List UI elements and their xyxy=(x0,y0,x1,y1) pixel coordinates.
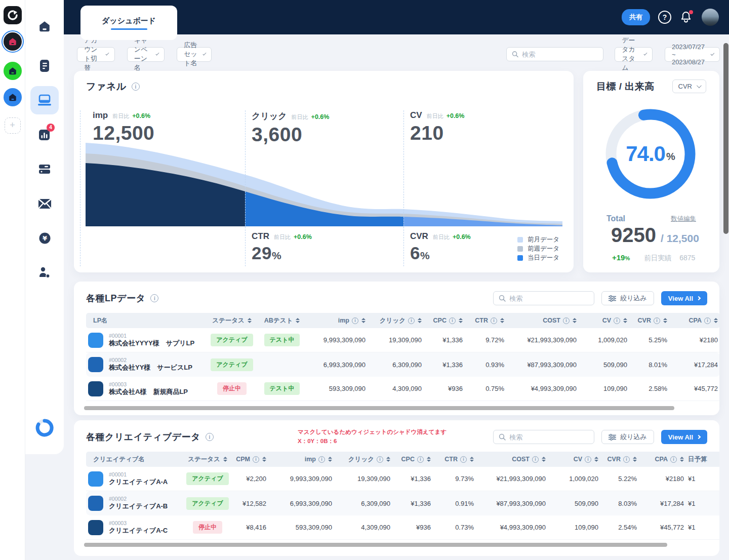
horizontal-scrollbar[interactable] xyxy=(84,406,674,410)
horizontal-scrollbar[interactable] xyxy=(84,543,667,547)
sort-icon[interactable] xyxy=(262,457,266,462)
column-header-cost[interactable]: COSTi xyxy=(506,313,579,328)
sort-icon[interactable] xyxy=(714,318,718,324)
nav-item-reports[interactable]: 4 xyxy=(30,121,59,149)
sort-icon[interactable] xyxy=(296,318,300,324)
sort-icon[interactable] xyxy=(248,318,252,324)
column-header-status[interactable]: ステータス xyxy=(182,452,233,467)
sort-icon[interactable] xyxy=(680,457,684,462)
nav-item-home[interactable] xyxy=(30,12,59,41)
funnel-legend: 前月データ前週データ当日データ xyxy=(517,235,559,262)
column-header-cpa[interactable]: CPAi xyxy=(669,313,719,328)
sort-icon[interactable] xyxy=(328,457,332,462)
cost-cell: ¥21,993,309,090 xyxy=(506,328,579,352)
table-row[interactable]: #00003株式会社A様 新規商品LP停止中テスト中593,309,0904,3… xyxy=(86,377,719,401)
campaign-dropdown[interactable]: キャンペーン名 xyxy=(127,47,165,62)
table-row[interactable]: #00002クリエイティブA-Bアクティブ¥12,5826,993,309,09… xyxy=(86,491,719,515)
lp-search xyxy=(493,291,594,305)
sort-icon[interactable] xyxy=(663,318,667,324)
cpa-cell: ¥45,772 xyxy=(639,515,686,539)
edit-values-link[interactable]: 数値編集 xyxy=(671,215,696,223)
sort-icon[interactable] xyxy=(633,457,637,462)
workspace-rail: + xyxy=(0,0,25,560)
tab-dashboard[interactable]: ダッシュボード xyxy=(80,6,177,40)
info-icon[interactable]: i xyxy=(132,83,140,91)
sort-icon[interactable] xyxy=(223,457,227,462)
column-header-click[interactable]: クリックi xyxy=(368,313,424,328)
column-header-imp[interactable]: impi xyxy=(307,313,368,328)
cost-cell: ¥4,993,309,090 xyxy=(476,515,548,539)
info-icon: i xyxy=(460,456,467,463)
sort-icon[interactable] xyxy=(386,457,390,462)
nav-item-documents[interactable] xyxy=(30,52,59,80)
column-header-cpm[interactable]: CPMi xyxy=(233,452,268,467)
nav-item-dashboard[interactable] xyxy=(30,86,59,114)
nav-item-members[interactable] xyxy=(30,258,59,287)
share-button[interactable]: 共有 xyxy=(622,9,650,25)
legend-item: 前月データ xyxy=(517,235,559,244)
sort-icon[interactable] xyxy=(427,457,431,462)
creative-filter-button[interactable]: 絞り込み xyxy=(601,430,654,444)
lp-filter-button[interactable]: 絞り込み xyxy=(601,291,654,305)
date-range-picker[interactable]: 2023/07/27 ~ 2023/08/27 xyxy=(665,47,720,62)
help-icon[interactable]: ? xyxy=(658,11,671,24)
info-icon[interactable]: i xyxy=(206,433,214,441)
column-header-cv[interactable]: CVi xyxy=(579,313,629,328)
data-custom-dropdown[interactable]: データカスタム xyxy=(615,47,653,62)
sort-icon[interactable] xyxy=(573,318,577,324)
nav-rail: 4 ¥ xyxy=(25,0,64,454)
budget-cell: ¥1 xyxy=(686,467,719,491)
column-header-imp[interactable]: impi xyxy=(268,452,334,467)
column-header-abtest[interactable]: ABテスト xyxy=(257,313,307,328)
workspace-item-blue[interactable] xyxy=(4,88,22,106)
creative-view-all-button[interactable]: View All xyxy=(661,430,707,444)
add-workspace-button[interactable]: + xyxy=(5,117,21,134)
column-header-click[interactable]: クリックi xyxy=(334,452,392,467)
table-row[interactable]: #00001クリエイティブA-Aアクティブ¥2,2009,993,309,090… xyxy=(86,467,719,491)
nav-item-servers[interactable] xyxy=(30,155,59,183)
sort-icon[interactable] xyxy=(459,318,463,324)
info-icon[interactable]: i xyxy=(150,294,158,302)
nav-item-billing[interactable]: ¥ xyxy=(30,224,59,252)
mail-icon xyxy=(38,198,52,209)
funnel-divider xyxy=(80,110,80,266)
workspace-item-red[interactable] xyxy=(4,32,22,51)
goal-metric-select[interactable]: CVR xyxy=(672,79,706,93)
info-icon: i xyxy=(614,317,620,324)
column-header-cpc[interactable]: CPCi xyxy=(424,313,465,328)
status-cell: アクティブ xyxy=(207,328,257,352)
lp-view-all-button[interactable]: View All xyxy=(661,291,707,305)
sort-icon[interactable] xyxy=(500,318,504,324)
sort-icon[interactable] xyxy=(623,318,627,324)
account-switch-dropdown[interactable]: アカウント切替 xyxy=(77,47,115,62)
nav-item-mail[interactable] xyxy=(30,189,59,218)
column-header-cv[interactable]: CVi xyxy=(548,452,600,467)
sort-icon[interactable] xyxy=(418,318,422,324)
sort-icon[interactable] xyxy=(594,457,598,462)
sort-icon[interactable] xyxy=(361,318,366,324)
sort-icon[interactable] xyxy=(542,457,546,462)
app-logo-icon[interactable] xyxy=(4,6,22,24)
search-input[interactable] xyxy=(522,51,598,58)
user-avatar[interactable] xyxy=(702,9,719,26)
vertical-scrollbar[interactable] xyxy=(723,43,728,234)
cvr-cell: 8.03% xyxy=(600,491,639,515)
table-row[interactable]: #00002株式会社YY様 サービスLPアクティブ6,993,309,0906,… xyxy=(86,352,719,377)
column-header-status[interactable]: ステータス xyxy=(207,313,257,328)
column-header-ctr[interactable]: CTRi xyxy=(465,313,506,328)
workspace-item-green[interactable] xyxy=(4,62,22,80)
notifications-bell[interactable] xyxy=(679,10,694,24)
table-row[interactable]: #00001株式会社YYYY様 サプリLPアクティブテスト中9,993,309,… xyxy=(86,328,719,352)
column-header-cpa[interactable]: CPAi xyxy=(639,452,686,467)
column-header-cvr[interactable]: CVRi xyxy=(600,452,639,467)
table-row[interactable]: #00003クリエイティブA-C停止中¥8,416593,309,0904,30… xyxy=(86,515,719,540)
sort-icon[interactable] xyxy=(470,457,474,462)
column-header-cpc[interactable]: CPCi xyxy=(392,452,433,467)
column-header-cvr[interactable]: CVRi xyxy=(629,313,669,328)
adset-dropdown[interactable]: 広告セット名 xyxy=(177,47,212,62)
creative-search-input[interactable] xyxy=(509,433,585,441)
column-header-ctr[interactable]: CTRi xyxy=(433,452,476,467)
lp-search-input[interactable] xyxy=(509,295,585,302)
column-header-name: クリエイティブ名 xyxy=(86,452,182,467)
column-header-cost[interactable]: COSTi xyxy=(476,452,548,467)
